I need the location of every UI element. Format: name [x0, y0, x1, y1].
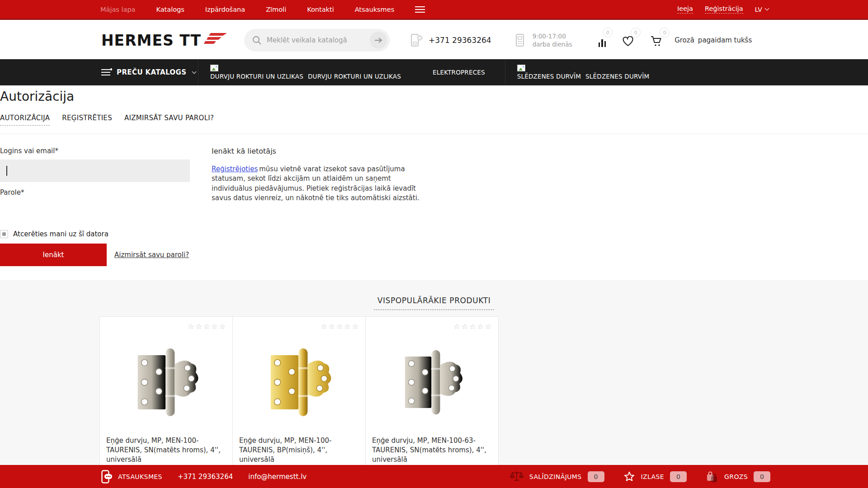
footer-wishlist-label: IZLASE — [641, 473, 665, 480]
nav-reviews[interactable]: Atsauksmes — [355, 6, 395, 13]
page-title: Autorizācija — [0, 89, 868, 104]
chevron-down-icon — [192, 69, 197, 74]
password-input[interactable] — [0, 201, 190, 224]
catalog-item-electronics[interactable]: ELEKTROPRECES — [413, 69, 505, 76]
rating-stars-icon: ☆☆☆☆☆ — [100, 317, 232, 330]
product-card[interactable]: ☆☆☆☆☆ Eņģe durvj — [99, 316, 233, 488]
product-name[interactable]: Eņģe durvju, MP, MEN-100-TAURENIS, SN(ma… — [100, 436, 232, 465]
footer-compare[interactable]: SALĪDZINĀJUMS 0 — [510, 470, 604, 483]
login-submit-button[interactable]: Ienākt — [0, 244, 107, 266]
text-caret — [6, 166, 7, 176]
footer-wishlist[interactable]: IZLASE 0 — [623, 471, 687, 483]
product-image — [366, 330, 498, 434]
product-name[interactable]: Eņģe durvju, MP, MEN-100-63-TAURENIS, SN… — [366, 436, 498, 465]
footer-wishlist-count: 0 — [670, 471, 687, 482]
fax-icon — [515, 33, 528, 48]
catalog-menu-label: PREČU KATALOGS — [117, 68, 186, 76]
arrow-right-icon — [374, 37, 382, 43]
tab-authorization[interactable]: AUTORIZĀCIJA — [0, 114, 50, 126]
header: HERMES TT — [0, 21, 868, 59]
nav-home[interactable]: Mājas lapa — [100, 6, 135, 13]
section-heading: VISPOPULĀRĀKIE PRODUKTI — [374, 296, 495, 310]
catalog-menu-button[interactable]: PREČU KATALOGS — [95, 68, 198, 76]
chevron-down-icon — [765, 6, 769, 11]
cart-button[interactable]: 0 — [650, 33, 663, 47]
forgot-password-link[interactable]: Aizmirsāt savu paroli? — [114, 251, 189, 259]
login-link[interactable]: Ieeja — [677, 5, 693, 14]
cart-count-badge: 0 — [660, 28, 670, 38]
header-phone-number: +371 29363264 — [429, 36, 491, 45]
login-form: Logins vai email* Parole* Atcerēties man… — [0, 134, 868, 266]
footer-compare-count: 0 — [588, 471, 604, 482]
hinge-image-chrome — [121, 337, 212, 427]
working-hours: 9:00-17:00 darba dienās — [515, 32, 572, 48]
menu-burger-icon[interactable] — [415, 6, 425, 13]
footer-cart-label: GROZS — [724, 473, 748, 480]
broken-image: SLĒDZENES DURVĪM — [517, 65, 581, 80]
language-label: LV — [755, 6, 762, 13]
product-card[interactable]: ☆☆☆☆☆ Eņģe durvj — [232, 316, 366, 488]
shopping-bags-icon — [706, 470, 718, 483]
login-info: Ienākt kā lietotājs Reģistrējotiesmūsu v… — [212, 147, 420, 266]
logo[interactable]: HERMES TT — [101, 33, 227, 48]
broken-image-icon — [517, 65, 525, 71]
login-input[interactable] — [0, 160, 190, 182]
popular-products-section: VISPOPULĀRĀKIE PRODUKTI ☆☆☆☆☆ — [0, 280, 868, 488]
auth-tabs: AUTORIZĀCIJA REĢISTRĒTIES AIZMIRSĀT SAVU… — [0, 114, 868, 126]
top-bar: Mājas lapa Katalogs Izpārdošana Zīmoli K… — [0, 0, 868, 20]
footer-compare-label: SALĪDZINĀJUMS — [529, 473, 582, 480]
wishlist-count-badge: 0 — [631, 28, 641, 38]
nav-contacts[interactable]: Kontakti — [307, 6, 334, 13]
password-field-label: Parole* — [0, 188, 190, 197]
catalog-item-label: DURVJU ROKTURI UN UZLIKAS — [308, 73, 401, 80]
tab-register[interactable]: REĢISTRĒTIES — [62, 114, 112, 126]
product-image — [100, 330, 232, 434]
footer-email[interactable]: info@hermestt.lv — [248, 473, 307, 481]
register-inline-link[interactable]: Reģistrējoties — [212, 165, 258, 173]
register-link[interactable]: Reģistrācija — [705, 5, 743, 14]
catalog-item-door-handles[interactable]: DURVJU ROKTURI UN UZLIKAS DURVJU ROKTURI… — [198, 61, 413, 84]
logo-text: HERMES TT — [101, 33, 201, 48]
remember-me[interactable]: Atcerēties mani uz šī datora — [0, 230, 190, 238]
footer-cart-count: 0 — [754, 471, 770, 482]
hinge-image-brass — [254, 337, 344, 427]
star-icon — [623, 471, 635, 483]
rating-stars-icon: ☆☆☆☆☆ — [233, 317, 365, 330]
product-image — [233, 330, 365, 434]
footer-bar: ATSAUKSMES +371 29363264 info@hermestt.l… — [0, 465, 868, 488]
page: Mājas lapa Katalogs Izpārdošana Zīmoli K… — [0, 0, 868, 488]
nav-brands[interactable]: Zīmoli — [266, 6, 286, 13]
search-box — [244, 29, 390, 52]
phone-icon — [410, 33, 423, 48]
header-phone[interactable]: +371 29363264 — [410, 33, 491, 48]
tab-forgot-password[interactable]: AIZMIRSĀT SAVU PAROLI? — [124, 114, 214, 126]
hinge-image-chrome — [389, 339, 475, 425]
catalog-burger-icon — [101, 69, 110, 75]
remember-label: Atcerēties mani uz šī datora — [13, 230, 108, 238]
catalog-item-label: ELEKTROPRECES — [433, 69, 485, 76]
compare-icon — [599, 39, 606, 47]
footer-cart[interactable]: GROZS 0 — [706, 470, 770, 483]
logo-wing-icon — [203, 32, 227, 46]
compare-button[interactable]: 0 — [599, 33, 606, 47]
nav-catalog[interactable]: Katalogs — [156, 6, 184, 13]
search-submit-button[interactable] — [370, 32, 387, 49]
catalog-item-door-locks[interactable]: SLĒDZENES DURVĪM SLĒDZENES DURVĪM — [505, 61, 661, 84]
catalog-bar: PREČU KATALOGS DURVJU ROKTURI UN UZLIKAS… — [0, 59, 868, 85]
broken-image: DURVJU ROKTURI UN UZLIKAS — [210, 65, 303, 80]
auth-section: Autorizācija AUTORIZĀCIJA REĢISTRĒTIES A… — [0, 85, 868, 280]
broken-image-icon — [210, 65, 218, 71]
reviews-phone-icon — [101, 470, 113, 483]
scales-icon — [510, 470, 524, 483]
language-selector[interactable]: LV — [755, 6, 769, 13]
footer-reviews[interactable]: ATSAUKSMES — [101, 470, 162, 483]
compare-count-badge: 0 — [603, 28, 613, 38]
search-icon — [252, 36, 261, 45]
footer-phone[interactable]: +371 29363264 — [178, 473, 233, 481]
hours-days: darba dienās — [533, 40, 572, 48]
remember-checkbox[interactable] — [0, 230, 8, 238]
nav-sale[interactable]: Izpārdošana — [205, 6, 245, 13]
product-card[interactable]: ☆☆☆☆☆ Eņģe durvj — [365, 316, 499, 488]
wishlist-button[interactable]: 0 — [622, 33, 634, 47]
product-name[interactable]: Eņģe durvju, MP, MEN-100-TAURENIS, BP(mi… — [233, 436, 365, 465]
